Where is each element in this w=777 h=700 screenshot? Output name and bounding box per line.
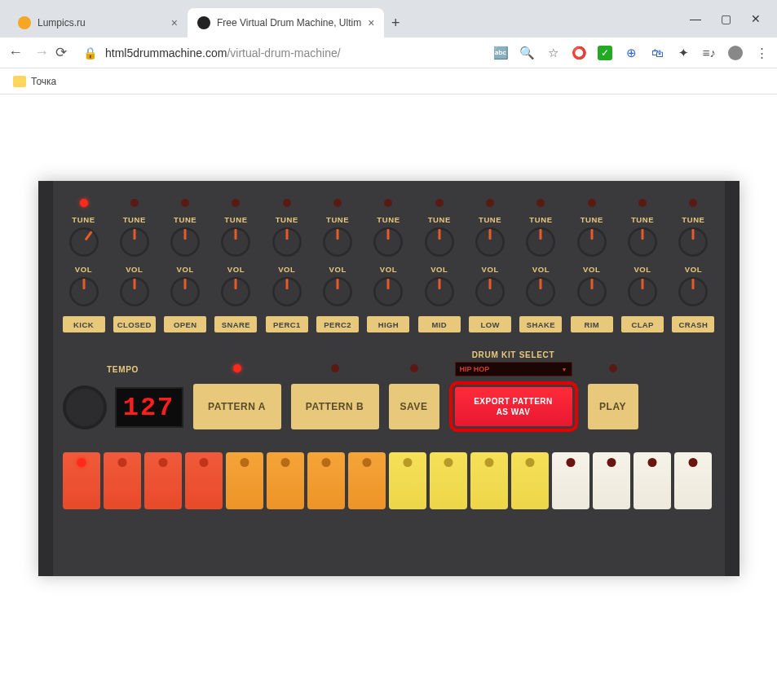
close-icon[interactable]: × [171,16,178,29]
bookmark-star-icon[interactable]: ☆ [545,46,560,60]
opera-icon[interactable]: ⭕ [572,46,586,60]
step-12[interactable] [511,452,549,509]
step-16[interactable] [674,452,712,509]
tune-knob[interactable] [628,227,657,257]
tune-knob[interactable] [373,227,403,257]
tune-knob[interactable] [577,227,607,257]
track-select-button[interactable]: CLOSED [113,316,156,332]
kit-select-dropdown[interactable]: HIP HOP ▼ [455,362,572,376]
step-2[interactable] [104,452,141,509]
vol-knob[interactable] [475,277,505,306]
track-select-button[interactable]: CLAP [621,316,664,332]
tune-knob[interactable] [425,227,454,257]
reload-button[interactable]: ⟳ [55,44,67,61]
vol-knob[interactable] [628,277,657,306]
step-3[interactable] [144,452,182,509]
track-shake: TUNEVOLSHAKE [518,199,563,332]
track-select-button[interactable]: MID [418,316,461,332]
vol-knob[interactable] [678,277,708,306]
new-tab-button[interactable]: + [384,8,407,37]
step-4[interactable] [185,452,223,509]
bookmark-item[interactable]: Точка [31,76,56,87]
tune-label: TUNE [377,215,400,224]
vol-knob[interactable] [221,277,250,306]
lock-icon: 🔒 [83,46,97,59]
forward-button[interactable]: → [34,44,49,61]
track-select-button[interactable]: SNARE [214,316,257,332]
menu-icon[interactable]: ⋮ [754,46,769,60]
back-button[interactable]: ← [8,44,23,61]
vol-knob[interactable] [170,277,200,306]
track-select-button[interactable]: KICK [63,316,105,332]
minimize-button[interactable]: — [690,12,701,25]
track-select-button[interactable]: RIM [571,316,613,332]
track-select-button[interactable]: PERC1 [266,316,308,332]
tune-knob[interactable] [272,227,302,257]
address-bar[interactable]: 🔒 html5drummachine.com/virtual-drum-mach… [73,46,487,59]
check-icon[interactable]: ✓ [598,46,612,60]
playlist-icon[interactable]: ≡♪ [702,46,717,60]
tempo-knob[interactable] [63,385,107,429]
vol-knob[interactable] [323,277,352,306]
play-button[interactable]: PLAY [588,384,638,429]
tune-knob[interactable] [475,227,505,257]
extension-icons: 🔤 🔍 ☆ ⭕ ✓ ⊕ 🛍 ✦ ≡♪ ⋮ [493,46,769,60]
vol-knob[interactable] [373,277,403,306]
browser-tab-2[interactable]: Free Virtual Drum Machine, Ultim × [188,8,384,37]
translate-icon[interactable]: 🔤 [493,46,508,60]
play-block: PLAY [588,364,638,429]
step-led [566,458,575,467]
vol-knob[interactable] [526,277,555,306]
extensions-icon[interactable]: ✦ [676,46,691,60]
save-led [410,364,418,372]
maximize-button[interactable]: ▢ [721,12,731,25]
step-8[interactable] [348,452,386,509]
vol-knob[interactable] [120,277,149,306]
save-button[interactable]: SAVE [389,384,439,429]
shopping-icon[interactable]: 🛍 [650,46,664,60]
step-5[interactable] [226,452,263,509]
track-select-button[interactable]: LOW [469,316,511,332]
track-select-button[interactable]: SHAKE [519,316,562,332]
track-select-button[interactable]: CRASH [672,316,714,332]
tune-knob[interactable] [526,227,555,257]
step-10[interactable] [430,452,467,509]
step-14[interactable] [593,452,630,509]
tab-favicon [18,16,31,29]
tune-knob[interactable] [678,227,708,257]
folder-icon [13,76,26,87]
tune-knob[interactable] [170,227,200,257]
tune-knob[interactable] [221,227,250,257]
globe-icon[interactable]: ⊕ [624,46,638,60]
step-11[interactable] [470,452,508,509]
step-6[interactable] [267,452,304,509]
pattern-b-button[interactable]: PATTERN B [291,384,379,429]
vol-knob[interactable] [69,277,99,306]
step-15[interactable] [634,452,671,509]
track-rim: TUNEVOLRIM [569,199,615,332]
avatar-icon[interactable] [728,46,743,60]
vol-knob[interactable] [425,277,454,306]
tune-knob[interactable] [69,227,99,257]
vol-knob[interactable] [272,277,302,306]
pattern-a-button[interactable]: PATTERN A [193,384,281,429]
tune-knob[interactable] [120,227,149,257]
track-select-button[interactable]: HIGH [367,316,409,332]
step-13[interactable] [552,452,589,509]
zoom-icon[interactable]: 🔍 [519,46,534,60]
vol-label: VOL [685,265,702,274]
vol-knob[interactable] [577,277,607,306]
close-icon[interactable]: × [368,16,374,29]
track-led [638,199,647,207]
tune-label: TUNE [326,215,349,224]
export-wav-button[interactable]: EXPORT PATTERNAS WAV [455,387,572,426]
step-7[interactable] [307,452,345,509]
track-select-button[interactable]: OPEN [164,316,206,332]
track-select-button[interactable]: PERC2 [316,316,359,332]
close-window-button[interactable]: ✕ [751,12,761,25]
browser-tab-1[interactable]: Lumpics.ru × [8,8,188,37]
step-9[interactable] [389,452,426,509]
chevron-down-icon: ▼ [562,367,567,372]
tune-knob[interactable] [323,227,352,257]
step-1[interactable] [63,452,100,509]
